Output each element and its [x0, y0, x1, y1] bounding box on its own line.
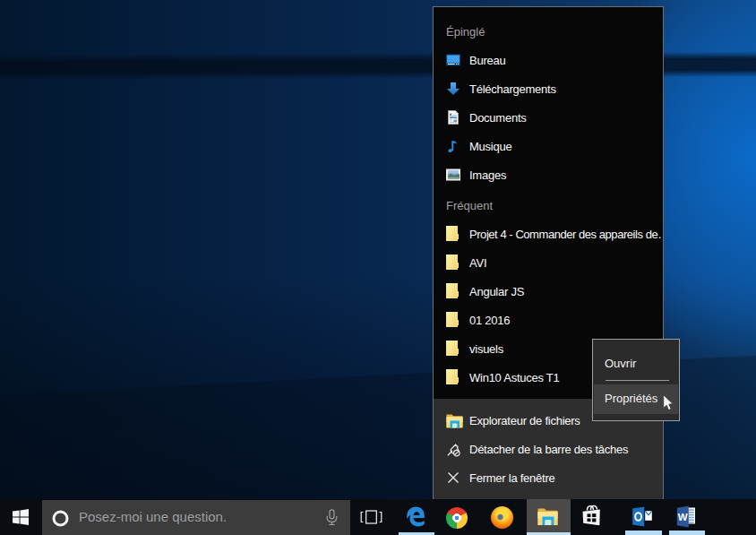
svg-text:W: W	[678, 512, 688, 522]
